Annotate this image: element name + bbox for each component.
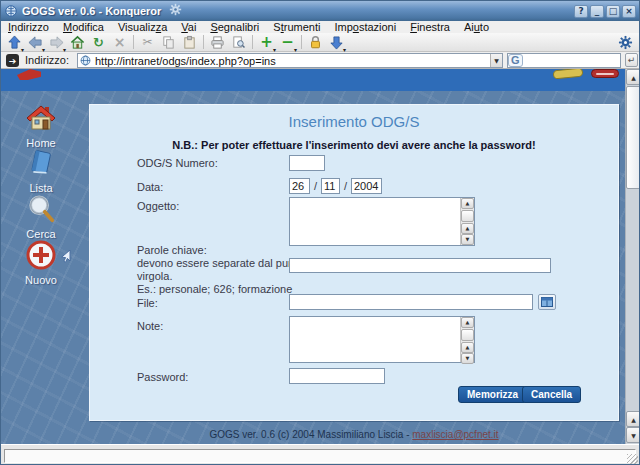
memorizza-button[interactable]: Memorizza <box>458 386 527 403</box>
download-button[interactable]: ▾ <box>326 34 347 51</box>
zoom-in-button[interactable]: + ▾ <box>256 34 277 51</box>
footer-email-link[interactable]: maxliscia@pcfnet.it <box>412 429 498 440</box>
location-label: Indirizzo: <box>25 54 69 66</box>
toolbar-separator <box>133 35 134 49</box>
menu-strumenti[interactable]: Strumenti <box>266 21 327 33</box>
home-button[interactable] <box>67 34 88 51</box>
parole-chiave-hint-1: devono essere separate dal punto e <box>137 257 313 269</box>
maximize-button[interactable]: □ <box>606 5 620 18</box>
window-controls: ? _ □ × <box>574 5 636 18</box>
date-year-input[interactable] <box>351 178 382 194</box>
back-arrow-icon <box>28 35 43 50</box>
zoom-out-icon: − <box>281 35 294 50</box>
reload-button[interactable]: ↻ <box>88 34 109 51</box>
numero-input[interactable] <box>289 155 325 171</box>
data-label: Data: <box>137 181 163 193</box>
forward-button[interactable]: ▾ <box>46 34 67 51</box>
sidebar-item-lista[interactable]: Lista <box>1 147 81 194</box>
minimize-button[interactable]: _ <box>590 5 604 18</box>
menu-visualizza[interactable]: Visualizza <box>111 21 174 33</box>
mouse-cursor-icon <box>59 249 71 267</box>
up-arrow-icon <box>7 35 22 50</box>
home-icon <box>25 102 57 134</box>
scroll-up-icon[interactable]: ▲ <box>461 317 474 328</box>
clear-location-icon[interactable]: ➔ <box>6 54 19 67</box>
scroll-down-button[interactable]: ▼ <box>626 427 640 443</box>
statusbar <box>1 444 639 465</box>
file-input[interactable] <box>289 294 533 310</box>
window-title: GOGS ver. 0.6 - Konqueror <box>22 5 161 17</box>
help-button[interactable]: ? <box>574 5 588 18</box>
menu-modifica[interactable]: Modifica <box>56 21 111 33</box>
menu-finestra[interactable]: Finestra <box>403 21 457 33</box>
sidebar-item-home[interactable]: Home <box>1 102 81 149</box>
back-button[interactable]: ▾ <box>25 34 46 51</box>
banner-red-logo <box>591 69 619 78</box>
scroll-down-icon[interactable]: ▼ <box>461 353 474 364</box>
date-month-input[interactable] <box>321 178 340 194</box>
forward-arrow-icon <box>49 35 64 50</box>
parole-chiave-label: Parole chiave: <box>137 244 207 256</box>
download-arrow-icon <box>329 35 344 50</box>
scroll-up-button[interactable]: ▲ <box>626 69 640 85</box>
list-book-icon <box>26 147 56 179</box>
scrollbar-thumb[interactable] <box>461 329 474 341</box>
kde-gear-icon <box>169 2 182 20</box>
print-button[interactable] <box>207 34 228 51</box>
note-textarea[interactable]: ▲▲▼ <box>289 316 475 363</box>
scroll-up-icon[interactable]: ▲ <box>461 223 474 234</box>
menu-indirizzo[interactable]: Indirizzo <box>1 21 56 33</box>
parole-chiave-example: Es.: personale; 626; formazione <box>137 283 292 295</box>
zoom-out-button[interactable]: − ▾ <box>277 34 298 51</box>
close-button[interactable]: × <box>622 5 636 18</box>
password-input[interactable] <box>289 368 385 384</box>
menu-aiuto[interactable]: Aiuto <box>457 21 496 33</box>
go-button[interactable]: ↵ <box>625 53 638 67</box>
paste-button[interactable] <box>179 34 200 51</box>
banner-yellow-logo <box>553 69 584 80</box>
date-separator: / <box>344 180 347 192</box>
print-preview-button[interactable] <box>228 34 249 51</box>
konqueror-app-icon <box>4 4 18 18</box>
up-button[interactable]: ▾ <box>4 34 25 51</box>
location-bar: ➔ Indirizzo: ▼ G ▼ ↵ <box>1 52 639 69</box>
scroll-up-button[interactable]: ▲ <box>626 411 640 427</box>
oggetto-textarea[interactable]: ▲▲▼ <box>289 197 475 246</box>
url-dropdown-button[interactable]: ▼ <box>490 54 502 67</box>
stop-button[interactable]: × <box>109 34 130 51</box>
globe-icon <box>78 55 93 66</box>
menu-vai[interactable]: Vai <box>174 21 203 33</box>
browse-file-button[interactable] <box>538 294 556 310</box>
status-message-area <box>4 449 636 463</box>
copy-button[interactable] <box>158 34 179 51</box>
sidebar-item-cerca[interactable]: Cerca <box>1 193 81 240</box>
cancella-button[interactable]: Cancella <box>522 386 581 403</box>
menu-segnalibri[interactable]: Segnalibri <box>203 21 266 33</box>
date-day-input[interactable] <box>289 178 310 194</box>
scroll-down-icon[interactable]: ▼ <box>461 234 474 245</box>
vertical-scrollbar: ▲ ▲ ▼ <box>625 69 640 444</box>
page-title: Inserimento ODG/S <box>90 113 618 130</box>
scroll-up-icon[interactable]: ▲ <box>461 342 474 353</box>
cut-button[interactable]: ✂ <box>137 34 158 51</box>
note-text[interactable] <box>290 317 460 362</box>
scrollbar-thumb[interactable] <box>626 86 640 189</box>
textarea-scrollbar: ▲▲▼ <box>460 198 474 245</box>
page-header-band <box>1 69 625 91</box>
google-icon: G <box>508 54 523 67</box>
file-label: File: <box>137 297 158 309</box>
resize-grip[interactable] <box>627 454 638 465</box>
konqueror-throbber-icon <box>617 34 634 51</box>
menu-impostazioni[interactable]: Impostazioni <box>327 21 403 33</box>
search-input[interactable] <box>523 55 640 67</box>
oggetto-text[interactable] <box>290 198 460 245</box>
url-input[interactable] <box>93 55 490 67</box>
scroll-up-icon[interactable]: ▲ <box>461 198 474 209</box>
page-footer: GOGS ver. 0.6 (c) 2004 Massimiliano Lisc… <box>89 429 619 440</box>
banner-arrow-decoration <box>17 69 41 80</box>
scrollbar-thumb[interactable] <box>461 210 474 222</box>
zoom-in-icon: + <box>260 35 273 50</box>
home-icon <box>70 35 85 50</box>
parole-chiave-input[interactable] <box>289 258 551 273</box>
security-button[interactable] <box>305 34 326 51</box>
